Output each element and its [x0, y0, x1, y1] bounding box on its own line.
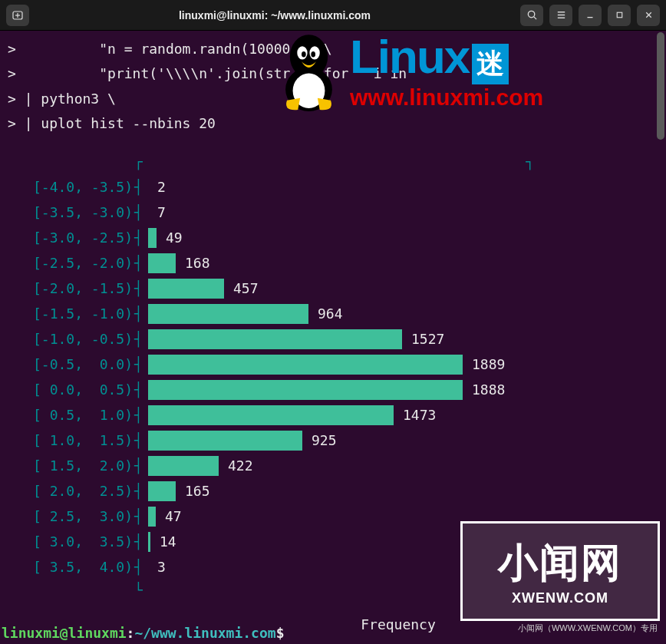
bin-value: 1527 [411, 327, 444, 352]
watermark-sub: 小闻网（WWW.XWENW.COM）专用 [518, 623, 658, 634]
prompt-user: linuxmi [2, 625, 60, 641]
svg-point-3 [528, 11, 534, 17]
bin-value: 14 [160, 530, 176, 554]
hist-row: [-0.5, 0.0)┤1889 [8, 352, 658, 378]
hist-row: [ 1.0, 1.5)┤925 [8, 428, 658, 454]
hist-row: [ 0.0, 0.5)┤1888 [8, 378, 658, 403]
maximize-button[interactable] [608, 5, 631, 26]
bin-value: 49 [166, 226, 183, 250]
svg-line-4 [533, 17, 536, 19]
bin-label: [ 2.5, 3.0) [8, 504, 134, 529]
minimize-button[interactable] [579, 5, 602, 26]
bin-value: 422 [228, 454, 253, 478]
bin-value: 925 [312, 428, 337, 453]
hist-bar [148, 380, 463, 400]
bin-value: 1889 [472, 352, 505, 377]
logo-url: www.linuxmi.com [350, 84, 543, 111]
menu-button[interactable] [549, 5, 572, 26]
bin-value: 47 [165, 504, 182, 529]
bin-label: [-2.5, -2.0) [8, 251, 134, 276]
close-button[interactable] [637, 5, 660, 26]
hist-bar [148, 405, 394, 425]
hist-bar [148, 253, 176, 273]
hist-row: [ 1.5, 2.0)┤422 [8, 454, 658, 479]
bin-label: [-0.5, 0.0) [8, 352, 134, 377]
bin-label: [ 1.5, 2.0) [8, 454, 134, 478]
tux-icon [272, 31, 345, 115]
window-title: linuxmi@linuxmi: ~/www.linuxmi.com [35, 9, 514, 21]
svg-point-17 [302, 51, 306, 58]
bin-label: [ 1.0, 1.5) [8, 428, 134, 453]
bin-label: [-2.0, -1.5) [8, 276, 134, 301]
bin-value: 2 [157, 175, 166, 200]
bin-label: [-1.0, -0.5) [8, 327, 134, 352]
watermark-cn: 小闻网 [498, 537, 622, 590]
bin-label: [-1.5, -1.0) [8, 302, 134, 326]
hist-bar [148, 507, 156, 527]
bin-value: 1888 [472, 378, 505, 402]
hist-bar [148, 329, 402, 349]
logo-mi: 迷 [472, 44, 509, 84]
bin-label: [-4.0, -3.5) [8, 175, 134, 200]
prompt-host: linuxmi [68, 625, 127, 641]
bin-label: [ 0.0, 0.5) [8, 378, 134, 402]
hist-row: [ 0.5, 1.0)┤1473 [8, 403, 658, 428]
new-tab-button[interactable] [6, 5, 29, 26]
hist-bar [148, 532, 150, 552]
bin-value: 457 [233, 276, 259, 301]
bin-label: [ 3.5, 4.0) [8, 555, 134, 580]
watermark: 小闻网 XWENW.COM 小闻网（WWW.XWENW.COM）专用 [460, 521, 660, 621]
hist-row: [-4.0, -3.5)┤2 [8, 175, 658, 200]
search-button[interactable] [520, 5, 543, 26]
prompt-path: ~/www.linuxmi.com [134, 625, 275, 641]
logo-text: Linux [350, 35, 469, 78]
svg-rect-9 [617, 12, 622, 18]
hist-bar [148, 481, 176, 501]
prompt[interactable]: linuxmi@linuxmi:~/www.linuxmi.com$ [2, 625, 284, 641]
code-line: > | uplot hist --nbins 20 [8, 111, 658, 136]
bin-label: [-3.0, -2.5) [8, 226, 134, 250]
hist-bar [148, 228, 157, 248]
bin-value: 168 [185, 251, 210, 276]
bin-value: 964 [318, 302, 343, 326]
hist-bar [148, 279, 224, 299]
bin-label: [ 2.0, 2.5) [8, 479, 134, 504]
bin-value: 7 [157, 200, 166, 225]
hist-bar [148, 456, 219, 476]
titlebar: linuxmi@linuxmi: ~/www.linuxmi.com [0, 0, 666, 31]
bin-value: 165 [185, 479, 210, 504]
hist-bar [148, 431, 302, 451]
hist-bar [148, 304, 308, 324]
hist-row: [-3.0, -2.5)┤49 [8, 226, 658, 251]
hist-row: [-1.5, -1.0)┤964 [8, 302, 658, 327]
hist-row: [-3.5, -3.0)┤7 [8, 200, 658, 226]
bin-label: [ 0.5, 1.0) [8, 403, 134, 428]
svg-point-18 [311, 51, 315, 58]
hist-bar [148, 355, 463, 375]
linuxmi-logo: Linux 迷 www.linuxmi.com [272, 31, 543, 115]
bin-label: [ 3.0, 3.5) [8, 530, 134, 554]
hist-row: [-2.0, -1.5)┤457 [8, 276, 658, 302]
hist-row: [-2.5, -2.0)┤168 [8, 251, 658, 276]
axis-tick: ┐ [526, 154, 534, 170]
hist-row: [-1.0, -0.5)┤1527 [8, 327, 658, 352]
hist-row: [ 2.0, 2.5)┤165 [8, 479, 658, 504]
bin-value: 3 [157, 555, 166, 580]
bin-value: 1473 [403, 403, 436, 428]
watermark-en: XWENW.COM [512, 590, 608, 606]
bin-label: [-3.5, -3.0) [8, 200, 134, 225]
